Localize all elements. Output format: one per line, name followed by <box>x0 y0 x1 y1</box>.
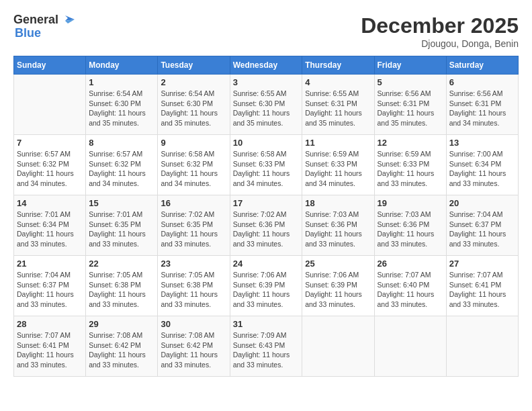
calendar-cell <box>374 316 446 377</box>
day-number: 16 <box>161 198 226 208</box>
day-info: Sunrise: 6:57 AM Sunset: 6:32 PM Dayligh… <box>17 149 83 189</box>
calendar-cell: 15Sunrise: 7:01 AM Sunset: 6:35 PM Dayli… <box>86 195 158 256</box>
day-number: 14 <box>17 198 83 208</box>
day-number: 30 <box>161 319 226 329</box>
day-info: Sunrise: 7:05 AM Sunset: 6:38 PM Dayligh… <box>89 270 154 310</box>
calendar-cell: 3Sunrise: 6:55 AM Sunset: 6:30 PM Daylig… <box>230 75 302 135</box>
calendar-cell: 20Sunrise: 7:04 AM Sunset: 6:37 PM Dayli… <box>446 195 518 256</box>
calendar-cell: 29Sunrise: 7:08 AM Sunset: 6:42 PM Dayli… <box>86 316 158 377</box>
day-number: 3 <box>233 77 300 87</box>
day-info: Sunrise: 6:55 AM Sunset: 6:30 PM Dayligh… <box>233 89 300 128</box>
calendar-cell: 1Sunrise: 6:54 AM Sunset: 6:30 PM Daylig… <box>86 75 158 135</box>
day-number: 22 <box>89 259 154 269</box>
day-info: Sunrise: 6:58 AM Sunset: 6:33 PM Dayligh… <box>233 149 300 189</box>
calendar-week-2: 7Sunrise: 6:57 AM Sunset: 6:32 PM Daylig… <box>14 135 519 195</box>
col-wednesday: Wednesday <box>230 56 302 75</box>
calendar-cell: 22Sunrise: 7:05 AM Sunset: 6:38 PM Dayli… <box>86 256 158 316</box>
day-info: Sunrise: 7:01 AM Sunset: 6:34 PM Dayligh… <box>17 210 83 249</box>
col-friday: Friday <box>374 56 446 75</box>
day-info: Sunrise: 7:08 AM Sunset: 6:42 PM Dayligh… <box>89 330 154 370</box>
day-info: Sunrise: 6:55 AM Sunset: 6:31 PM Dayligh… <box>305 89 371 128</box>
calendar-header: Sunday Monday Tuesday Wednesday Thursday… <box>14 56 519 75</box>
col-monday: Monday <box>86 56 158 75</box>
calendar-cell: 11Sunrise: 6:59 AM Sunset: 6:33 PM Dayli… <box>302 135 374 195</box>
day-info: Sunrise: 7:04 AM Sunset: 6:37 PM Dayligh… <box>449 210 515 249</box>
day-info: Sunrise: 7:07 AM Sunset: 6:40 PM Dayligh… <box>378 270 443 310</box>
calendar-week-1: 1Sunrise: 6:54 AM Sunset: 6:30 PM Daylig… <box>14 75 519 135</box>
day-info: Sunrise: 6:57 AM Sunset: 6:32 PM Dayligh… <box>89 149 154 189</box>
day-number: 20 <box>449 198 515 208</box>
calendar-cell: 16Sunrise: 7:02 AM Sunset: 6:35 PM Dayli… <box>158 195 230 256</box>
calendar-cell: 14Sunrise: 7:01 AM Sunset: 6:34 PM Dayli… <box>14 195 86 256</box>
day-number: 2 <box>161 77 226 87</box>
day-info: Sunrise: 7:03 AM Sunset: 6:36 PM Dayligh… <box>305 210 371 249</box>
day-number: 4 <box>305 77 371 87</box>
day-info: Sunrise: 6:59 AM Sunset: 6:33 PM Dayligh… <box>378 149 443 189</box>
calendar-cell: 9Sunrise: 6:58 AM Sunset: 6:32 PM Daylig… <box>158 135 230 195</box>
day-number: 17 <box>233 198 300 208</box>
day-number: 25 <box>305 259 371 269</box>
calendar-cell: 18Sunrise: 7:03 AM Sunset: 6:36 PM Dayli… <box>302 195 374 256</box>
day-number: 7 <box>17 138 83 148</box>
calendar-cell: 2Sunrise: 6:54 AM Sunset: 6:30 PM Daylig… <box>158 75 230 135</box>
day-number: 5 <box>378 77 443 87</box>
calendar-cell <box>14 75 86 135</box>
day-info: Sunrise: 7:00 AM Sunset: 6:34 PM Dayligh… <box>449 149 515 189</box>
calendar-table: Sunday Monday Tuesday Wednesday Thursday… <box>13 56 519 377</box>
logo-blue-text: Blue <box>15 27 75 40</box>
logo-general-text: General <box>13 13 58 27</box>
day-info: Sunrise: 6:58 AM Sunset: 6:32 PM Dayligh… <box>161 149 226 189</box>
day-number: 15 <box>89 198 154 208</box>
calendar-body: 1Sunrise: 6:54 AM Sunset: 6:30 PM Daylig… <box>14 75 519 377</box>
day-number: 12 <box>378 138 443 148</box>
col-sunday: Sunday <box>14 56 86 75</box>
day-number: 26 <box>378 259 443 269</box>
day-number: 31 <box>233 319 300 329</box>
calendar-cell: 21Sunrise: 7:04 AM Sunset: 6:37 PM Dayli… <box>14 256 86 316</box>
col-thursday: Thursday <box>302 56 374 75</box>
calendar-cell: 17Sunrise: 7:02 AM Sunset: 6:36 PM Dayli… <box>230 195 302 256</box>
calendar-cell <box>446 316 518 377</box>
calendar-cell: 12Sunrise: 6:59 AM Sunset: 6:33 PM Dayli… <box>374 135 446 195</box>
calendar-cell: 8Sunrise: 6:57 AM Sunset: 6:32 PM Daylig… <box>86 135 158 195</box>
calendar-cell: 23Sunrise: 7:05 AM Sunset: 6:38 PM Dayli… <box>158 256 230 316</box>
calendar-cell: 19Sunrise: 7:03 AM Sunset: 6:36 PM Dayli… <box>374 195 446 256</box>
calendar-cell: 7Sunrise: 6:57 AM Sunset: 6:32 PM Daylig… <box>14 135 86 195</box>
day-info: Sunrise: 7:04 AM Sunset: 6:37 PM Dayligh… <box>17 270 83 310</box>
calendar-week-3: 14Sunrise: 7:01 AM Sunset: 6:34 PM Dayli… <box>14 195 519 256</box>
day-number: 10 <box>233 138 300 148</box>
day-number: 29 <box>89 319 154 329</box>
day-number: 13 <box>449 138 515 148</box>
calendar-cell: 25Sunrise: 7:06 AM Sunset: 6:39 PM Dayli… <box>302 256 374 316</box>
day-info: Sunrise: 7:08 AM Sunset: 6:42 PM Dayligh… <box>161 330 226 370</box>
day-number: 6 <box>449 77 515 87</box>
calendar-cell: 27Sunrise: 7:07 AM Sunset: 6:41 PM Dayli… <box>446 256 518 316</box>
calendar-cell: 10Sunrise: 6:58 AM Sunset: 6:33 PM Dayli… <box>230 135 302 195</box>
calendar-cell: 6Sunrise: 6:56 AM Sunset: 6:31 PM Daylig… <box>446 75 518 135</box>
day-number: 9 <box>161 138 226 148</box>
logo-bird-icon <box>60 14 75 26</box>
day-info: Sunrise: 7:01 AM Sunset: 6:35 PM Dayligh… <box>89 210 154 249</box>
day-number: 19 <box>378 198 443 208</box>
calendar-week-5: 28Sunrise: 7:07 AM Sunset: 6:41 PM Dayli… <box>14 316 519 377</box>
day-number: 24 <box>233 259 300 269</box>
day-number: 21 <box>17 259 83 269</box>
col-saturday: Saturday <box>446 56 518 75</box>
calendar-cell: 26Sunrise: 7:07 AM Sunset: 6:40 PM Dayli… <box>374 256 446 316</box>
day-number: 11 <box>305 138 371 148</box>
page-header: General Blue December 2025 Djougou, Dong… <box>13 13 519 49</box>
day-info: Sunrise: 7:02 AM Sunset: 6:36 PM Dayligh… <box>233 210 300 249</box>
day-info: Sunrise: 7:09 AM Sunset: 6:43 PM Dayligh… <box>233 330 300 370</box>
day-info: Sunrise: 7:07 AM Sunset: 6:41 PM Dayligh… <box>449 270 515 310</box>
day-info: Sunrise: 6:56 AM Sunset: 6:31 PM Dayligh… <box>449 89 515 128</box>
day-info: Sunrise: 7:07 AM Sunset: 6:41 PM Dayligh… <box>17 330 83 370</box>
day-info: Sunrise: 7:06 AM Sunset: 6:39 PM Dayligh… <box>233 270 300 310</box>
title-area: December 2025 Djougou, Donga, Benin <box>361 13 519 49</box>
logo: General Blue <box>13 13 75 40</box>
calendar-cell: 24Sunrise: 7:06 AM Sunset: 6:39 PM Dayli… <box>230 256 302 316</box>
day-info: Sunrise: 7:03 AM Sunset: 6:36 PM Dayligh… <box>378 210 443 249</box>
header-row: Sunday Monday Tuesday Wednesday Thursday… <box>14 56 519 75</box>
day-number: 28 <box>17 319 83 329</box>
day-info: Sunrise: 6:54 AM Sunset: 6:30 PM Dayligh… <box>89 89 154 128</box>
day-info: Sunrise: 7:05 AM Sunset: 6:38 PM Dayligh… <box>161 270 226 310</box>
